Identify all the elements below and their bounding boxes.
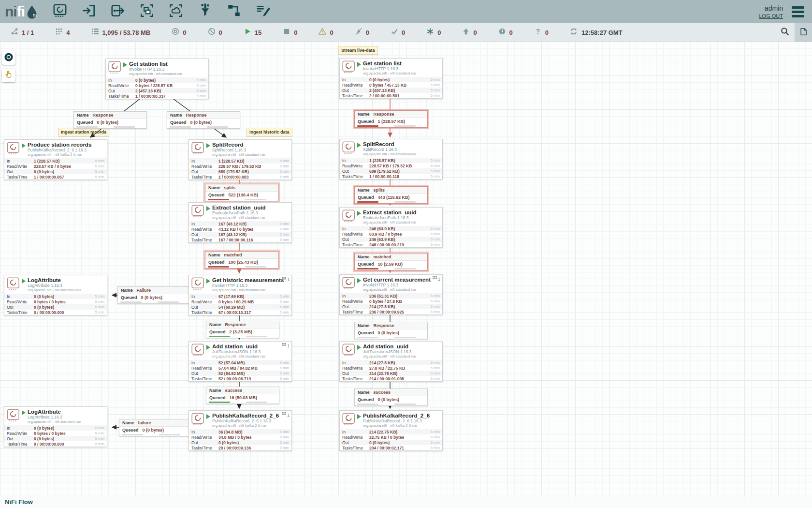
connection-label[interactable]: NameResponseQueued0 (0 bytes) bbox=[73, 111, 147, 129]
connection-label[interactable]: NamesplitsQueued522 (136.4 KB) bbox=[205, 184, 278, 201]
breadcrumb[interactable]: NiFi Flow bbox=[5, 498, 33, 506]
connection-name-key: Name bbox=[208, 253, 220, 257]
toolbar-input-port-button[interactable] bbox=[81, 3, 97, 20]
stat-window: 5 min bbox=[426, 164, 440, 168]
stat-label: Out bbox=[342, 440, 369, 445]
connection-label[interactable]: NameResponseQueued1 (228.57 KB) bbox=[354, 110, 428, 128]
stat-window: 5 min bbox=[426, 242, 440, 247]
processor[interactable]: Get station listInvokeHTTP 1.16.3org.apa… bbox=[339, 58, 443, 99]
search-button[interactable] bbox=[775, 23, 795, 42]
panel-toggle-button[interactable] bbox=[795, 23, 812, 42]
active-threads-badge: 1 bbox=[282, 277, 290, 282]
stat-row: Out246 (63.9 KB)5 min bbox=[340, 237, 442, 242]
processor-bundle: org.apache.nifi - nifi-standard-nar bbox=[28, 419, 81, 424]
processor[interactable]: PublishKafkaRecord_2_6PublishKafkaRecord… bbox=[188, 410, 292, 451]
run-status-icon bbox=[206, 414, 210, 419]
stat-label: In bbox=[191, 222, 218, 226]
stat-row: Tasks/Time0 / 00:00:00.0005 min bbox=[4, 441, 107, 447]
stat-label: Read/Write bbox=[342, 232, 369, 237]
stat-label: Tasks/Time bbox=[7, 175, 34, 179]
stat-row: Out0 (0 bytes)5 min bbox=[4, 169, 107, 174]
connection-label[interactable]: NameFailureQueued0 (0 bytes) bbox=[117, 286, 191, 304]
invalid-icon bbox=[319, 28, 326, 37]
connection-queued-key: Queued bbox=[358, 330, 374, 335]
stat-label: Out bbox=[7, 305, 34, 310]
refresh-icon[interactable] bbox=[570, 28, 578, 37]
processor[interactable]: SplitRecordSplitRecord 1.16.3org.apache.… bbox=[188, 139, 292, 180]
stat-label: Read/Write bbox=[191, 227, 218, 232]
connection-label[interactable]: NameResponseQueued0 (0 bytes) bbox=[354, 322, 428, 339]
svg-text:?: ? bbox=[536, 28, 540, 35]
stat-row: Tasks/Time52 / 00:00:06.7195 min bbox=[189, 376, 291, 381]
toolbar-processor-button[interactable] bbox=[52, 3, 68, 20]
stat-window: 5 min bbox=[192, 83, 206, 88]
stat-value: 1 / 00:00:00.118 bbox=[369, 174, 426, 179]
processor[interactable]: LogAttributeLogAttribute 1.16.3org.apach… bbox=[4, 275, 107, 315]
run-status-icon bbox=[357, 62, 361, 67]
toolbar-funnel-button[interactable] bbox=[197, 3, 213, 20]
stat-row: Read/Write43.12 KB / 0 bytes5 min bbox=[189, 226, 291, 232]
circle-icon bbox=[4, 52, 14, 64]
global-menu-button[interactable] bbox=[790, 4, 806, 19]
connection-label[interactable]: NamesuccessQueued16 (50.03 MB) bbox=[206, 387, 279, 404]
connection-label[interactable]: NamefailureQueued0 (0 bytes) bbox=[119, 419, 192, 436]
connection-label[interactable]: NamesuccessQueued0 (0 bytes) bbox=[354, 388, 428, 406]
processor[interactable]: Extract station_uuidEvaluateJsonPath 1.1… bbox=[339, 207, 443, 248]
processor-title: SplitRecord bbox=[212, 142, 265, 148]
stat-row: Out54 (60.29 MB)5 min bbox=[189, 304, 291, 310]
processor-type: SplitRecord 1.16.3 bbox=[212, 148, 265, 152]
refresh-block[interactable]: 12:58:27 GMT bbox=[570, 28, 623, 37]
stat-value: 0 (0 bytes) bbox=[34, 169, 91, 174]
flow-canvas[interactable]: NiFi Flow Ingest station recordsIngest h… bbox=[0, 42, 812, 508]
toolbar-template-button[interactable] bbox=[226, 3, 242, 20]
toolbar-remote-process-group-button[interactable] bbox=[168, 3, 184, 20]
connection-label[interactable]: NameResponseQueued0 (0 bytes) bbox=[167, 111, 240, 129]
processor-bundle: org.apache.nifi - nifi-standard-nar bbox=[363, 287, 431, 292]
connection-queued-key: Queued bbox=[122, 428, 139, 433]
processor[interactable]: Produce station recordsPublishKafkaRecor… bbox=[4, 139, 107, 180]
status-item: 0 bbox=[391, 28, 405, 37]
processor[interactable]: LogAttributeLogAttribute 1.16.3org.apach… bbox=[4, 406, 107, 447]
connection-queued-value: 2 (3.25 MB) bbox=[230, 329, 253, 334]
hand-tool-button[interactable] bbox=[2, 69, 15, 82]
process-group-icon bbox=[139, 3, 155, 20]
connection-queued-value: 0 (0 bytes) bbox=[141, 295, 163, 300]
circle-tool-button[interactable] bbox=[2, 51, 15, 65]
processor-bundle: org.apache.nifi - nifi-standard-nar bbox=[212, 354, 265, 359]
processor-type: SplitRecord 1.16.3 bbox=[363, 147, 416, 152]
connection-label[interactable]: NamematchedQueued10 (2.59 KB) bbox=[354, 253, 428, 270]
toolbar-process-group-button[interactable] bbox=[139, 3, 155, 20]
logo-text-ni: ni bbox=[5, 3, 17, 20]
processor[interactable]: Get station listInvokeHTTP 1.16.3org.apa… bbox=[105, 59, 209, 99]
logout-link[interactable]: LOG OUT bbox=[759, 13, 783, 19]
not-transmitting-icon bbox=[208, 28, 216, 37]
connection-name-value: matched bbox=[224, 253, 242, 257]
processor[interactable]: Get current measurementInvokeHTTP 1.16.3… bbox=[339, 274, 443, 315]
status-items: 1 / 141,095 / 53.78 MB00150000000?0 bbox=[11, 28, 549, 37]
document-icon bbox=[799, 28, 808, 38]
connection-name-value: success bbox=[225, 388, 243, 393]
processor[interactable]: PublishKafkaRecord_2_6PublishKafkaRecord… bbox=[339, 410, 443, 451]
toolbar-label-button[interactable] bbox=[255, 3, 271, 20]
stat-row: In1 (228.57 KB)5 min bbox=[4, 158, 107, 164]
thread-grid-icon bbox=[282, 412, 286, 418]
toolbar-output-port-button[interactable] bbox=[110, 3, 126, 20]
connection-label[interactable]: NameResponseQueued2 (3.25 MB) bbox=[206, 321, 279, 338]
processor[interactable]: Extract station_uuidEvaluateJsonPath 1.1… bbox=[188, 202, 292, 243]
stat-value: 2 (457.13 KB) bbox=[369, 88, 426, 93]
processor[interactable]: Get historic measurementsInvokeHTTP 1.16… bbox=[188, 275, 292, 315]
processor[interactable]: Add station_uuidJoltTransformJSON 1.16.3… bbox=[188, 341, 292, 382]
stat-window: 5 min bbox=[276, 376, 289, 381]
processor[interactable]: Add station_uuidJoltTransformJSON 1.16.3… bbox=[339, 341, 443, 382]
connection-label[interactable]: NamesplitsQueued443 (115.62 KB) bbox=[354, 186, 428, 204]
connection-name-key: Name bbox=[209, 388, 221, 393]
processor[interactable]: SplitRecordSplitRecord 1.16.3org.apache.… bbox=[339, 139, 443, 179]
stat-row: Read/Write34.8 MB / 0 bytes5 min bbox=[189, 434, 291, 440]
sync-failure-icon: ? bbox=[534, 28, 542, 37]
connection-name-key: Name bbox=[209, 322, 221, 327]
connection-label[interactable]: NamematchedQueued100 (25.43 KB) bbox=[205, 251, 278, 269]
stat-value: 228.57 KB / 179.52 KB bbox=[369, 164, 426, 168]
status-item: ?0 bbox=[534, 28, 549, 37]
flow-status-bar: 1 / 141,095 / 53.78 MB00150000000?0 12:5… bbox=[0, 23, 812, 42]
thread-grid-icon bbox=[282, 343, 286, 348]
